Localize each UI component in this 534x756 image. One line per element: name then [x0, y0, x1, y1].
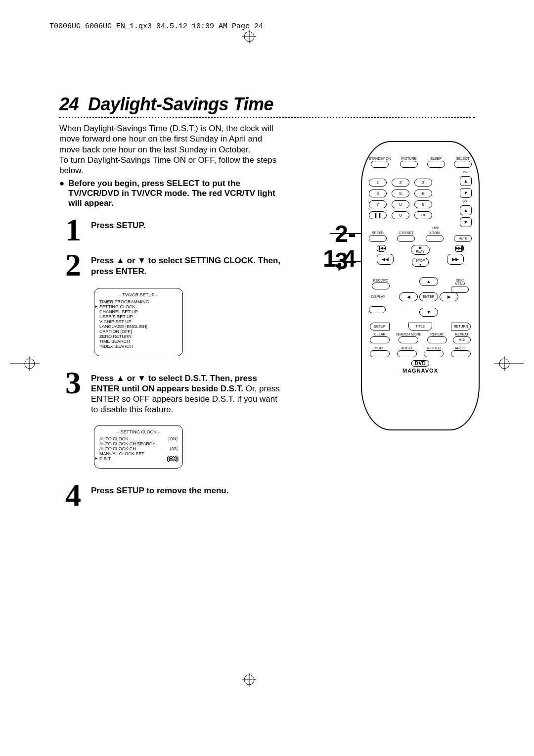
- up-button[interactable]: ▲: [419, 277, 438, 286]
- brand-logo: MAGNAVOX: [369, 368, 472, 374]
- osd-row: AUTO CLOCK[ON]: [99, 436, 178, 441]
- num-5-button[interactable]: 5: [392, 189, 409, 197]
- select-button[interactable]: [454, 161, 472, 168]
- osd-title: – SETTING CLOCK –: [99, 429, 178, 434]
- btn-label: ANGLE: [455, 346, 467, 350]
- intro-text: When Daylight-Savings Time (D.S.T.) is O…: [59, 123, 282, 176]
- plus10-button[interactable]: +10: [414, 211, 432, 219]
- btn-label: RECORD: [373, 279, 388, 282]
- zoom-button[interactable]: [426, 235, 444, 242]
- ffwd-button[interactable]: ▶▶: [447, 254, 464, 265]
- osd-row: AUTO CLOCK CH SEARCH: [99, 441, 178, 446]
- osd-item: ZERO RETURN: [99, 334, 178, 339]
- clear-button[interactable]: [370, 336, 390, 343]
- btn-label: REPEAT: [430, 332, 444, 336]
- page-number: 24: [59, 94, 79, 114]
- btn-label: PICTURE: [401, 157, 417, 160]
- step-2-text: Press ▲ or ▼ to select SETTING CLOCK. Th…: [91, 256, 280, 276]
- callout-line: [330, 261, 361, 262]
- osd-title: – TV/VCR SETUP –: [99, 292, 178, 297]
- step-4: 4 Press SETUP to remove the menu.: [59, 482, 282, 508]
- dvd-logo: DVD: [369, 360, 472, 367]
- angle-button[interactable]: [451, 350, 471, 357]
- stop-button[interactable]: STOP ■: [412, 258, 429, 267]
- osd-item: TIMER PROGRAMMING: [99, 299, 178, 304]
- vol-down-button[interactable]: ▼: [460, 217, 472, 227]
- play-button[interactable]: ▶ PLAY: [411, 245, 430, 255]
- btn-label: REPEAT: [455, 332, 469, 336]
- btn-label: SLEEP: [430, 157, 442, 160]
- creset-button[interactable]: [397, 235, 415, 242]
- mode-button[interactable]: [370, 350, 390, 357]
- vol-up-button[interactable]: ▲: [460, 205, 472, 215]
- subtitle-button[interactable]: [424, 350, 444, 357]
- step-number: 4: [59, 482, 87, 508]
- num-6-button[interactable]: 6: [414, 189, 432, 197]
- rewind-button[interactable]: ◀◀: [377, 254, 394, 265]
- crop-mark-right: [494, 356, 524, 371]
- left-button[interactable]: ◀: [399, 292, 418, 301]
- osd-row: AUTO CLOCK CH[02]: [99, 446, 178, 451]
- pause-button[interactable]: ❚❚: [369, 211, 387, 219]
- prereq-text: Before you begin, press SELECT to put th…: [68, 179, 282, 208]
- crop-mark-top: [242, 30, 256, 44]
- page-title: 24 Daylight-Savings Time: [59, 94, 475, 115]
- bullet-dot-icon: ●: [59, 179, 64, 208]
- skip-fwd-button[interactable]: ▶▶▌: [455, 245, 464, 252]
- crop-mark-bottom: [242, 673, 256, 687]
- return-button[interactable]: RETURN: [451, 323, 471, 331]
- osd-tvvcr-setup: – TV/VCR SETUP – TIMER PROGRAMMING SETTI…: [94, 288, 183, 356]
- setup-button[interactable]: SETUP: [370, 323, 390, 331]
- callout-line: [330, 233, 361, 234]
- btn-label: SELECT: [456, 157, 469, 160]
- picture-button[interactable]: [400, 161, 418, 168]
- btn-label: ZOOM: [429, 231, 440, 235]
- num-2-button[interactable]: 2: [392, 179, 409, 187]
- step-2: 2 Press ▲ or ▼ to select SETTING CLOCK. …: [59, 252, 282, 278]
- num-0-button[interactable]: 0: [392, 211, 409, 219]
- repeat-button[interactable]: [427, 336, 447, 343]
- sleep-button[interactable]: [427, 161, 445, 168]
- record-button[interactable]: [372, 283, 390, 289]
- num-1-button[interactable]: 1: [369, 179, 387, 187]
- btn-label: [462, 231, 463, 235]
- btn-label: SUBTITLE: [426, 346, 442, 350]
- osd-item: USER'S SET UP: [99, 314, 178, 319]
- skip-back-button[interactable]: ▐◀◀: [377, 245, 386, 252]
- num-4-button[interactable]: 4: [369, 189, 387, 197]
- osd-item: V-CHIP SET UP: [99, 319, 178, 324]
- right-button[interactable]: ▶: [440, 292, 458, 301]
- step-1: 1 Press SETUP.: [59, 217, 282, 242]
- repeat-ab-button[interactable]: A-B: [453, 336, 471, 343]
- num-8-button[interactable]: 8: [392, 200, 409, 208]
- title-button[interactable]: TITLE: [408, 323, 432, 331]
- btn-label: C.RESET: [399, 231, 413, 235]
- ch-down-button[interactable]: ▼: [460, 188, 472, 198]
- speed-button[interactable]: [369, 235, 387, 242]
- ch-up-button[interactable]: ▲: [460, 176, 472, 186]
- num-3-button[interactable]: 3: [414, 179, 432, 187]
- vol-label: VOL.: [462, 200, 469, 203]
- enter-button[interactable]: ENTER: [419, 292, 438, 301]
- display-button[interactable]: [369, 306, 386, 313]
- osd-item: CHANNEL SET UP: [99, 309, 178, 314]
- osd-item-selected: SETTING CLOCK: [99, 304, 178, 309]
- audio-button[interactable]: [397, 350, 417, 357]
- mute-button[interactable]: MUTE: [454, 235, 472, 242]
- standby-button[interactable]: [371, 161, 389, 168]
- search-mode-button[interactable]: [399, 336, 418, 343]
- osd-item: CAPTION [OFF]: [99, 329, 178, 334]
- num-7-button[interactable]: 7: [369, 200, 387, 208]
- num-9-button[interactable]: 9: [414, 200, 432, 208]
- down-button[interactable]: ▼: [419, 308, 438, 317]
- btn-label: SEARCH MODE: [396, 332, 421, 336]
- crop-mark-left: [10, 356, 40, 371]
- step-number: 2: [59, 252, 87, 278]
- step-1-text: Press SETUP.: [91, 221, 145, 230]
- osd-row-selected: D.S.T.[ON]: [99, 456, 178, 461]
- step-number: 1: [59, 217, 87, 242]
- step-3-bold: Press ▲ or ▼ to select D.S.T. Then, pres…: [91, 374, 257, 393]
- btn-label: AUDIO: [401, 346, 412, 350]
- step-4-text: Press SETUP to remove the menu.: [91, 486, 228, 495]
- transport-controls: ▐◀◀ ▶▶▌ ▶ PLAY ◀◀ ▶▶ STOP ■: [377, 245, 464, 275]
